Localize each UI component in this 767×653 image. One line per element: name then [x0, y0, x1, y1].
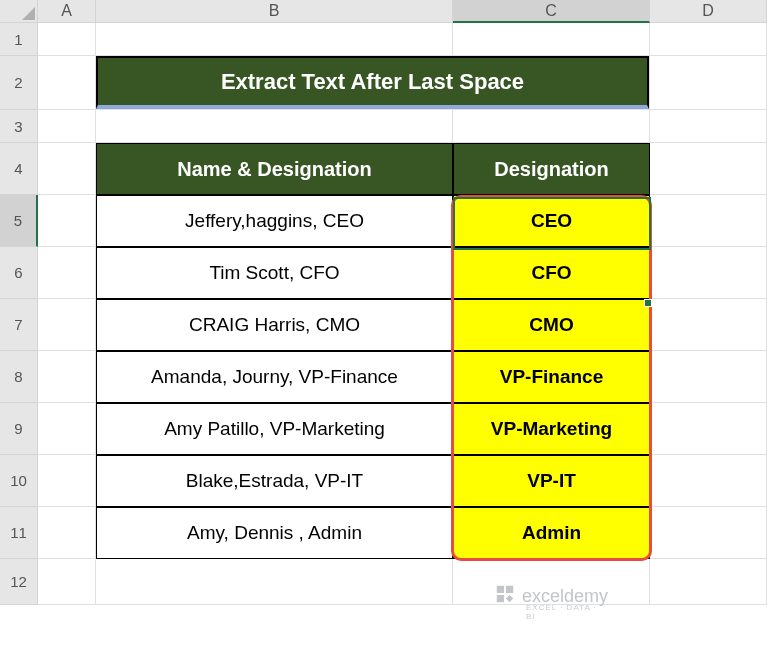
cell-B12[interactable] [96, 559, 453, 605]
cell-C3[interactable] [453, 110, 650, 143]
col-header-A[interactable]: A [38, 0, 96, 23]
cell-A3[interactable] [38, 110, 96, 143]
fill-handle[interactable] [644, 299, 652, 307]
cell-A1[interactable] [38, 23, 96, 56]
title-cell[interactable]: Extract Text After Last Space [96, 56, 650, 110]
row-header-12[interactable]: 12 [0, 559, 38, 605]
cell-B8[interactable]: Amanda, Journy, VP-Finance [96, 351, 453, 403]
row-header-4[interactable]: 4 [0, 143, 38, 195]
row-header-7[interactable]: 7 [0, 299, 38, 351]
watermark-subtext: EXCEL · DATA · BI [526, 603, 608, 621]
cell-C8[interactable]: VP-Finance [453, 351, 650, 403]
cell-A11[interactable] [38, 507, 96, 559]
cell-D7[interactable] [650, 299, 767, 351]
row-header-9[interactable]: 9 [0, 403, 38, 455]
cell-D2[interactable] [650, 56, 767, 110]
cell-D10[interactable] [650, 455, 767, 507]
cell-A2[interactable] [38, 56, 96, 110]
cell-A4[interactable] [38, 143, 96, 195]
cell-B3[interactable] [96, 110, 453, 143]
cell-A7[interactable] [38, 299, 96, 351]
row-header-8[interactable]: 8 [0, 351, 38, 403]
cell-D11[interactable] [650, 507, 767, 559]
row-header-6[interactable]: 6 [0, 247, 38, 299]
page-title: Extract Text After Last Space [96, 56, 649, 109]
cell-A10[interactable] [38, 455, 96, 507]
row-header-2[interactable]: 2 [0, 56, 38, 110]
table-header-designation[interactable]: Designation [453, 143, 650, 195]
row-header-1[interactable]: 1 [0, 23, 38, 56]
cell-C9[interactable]: VP-Marketing [453, 403, 650, 455]
cell-D5[interactable] [650, 195, 767, 247]
cell-A6[interactable] [38, 247, 96, 299]
cell-A9[interactable] [38, 403, 96, 455]
cell-D8[interactable] [650, 351, 767, 403]
cell-D1[interactable] [650, 23, 767, 56]
cell-D12[interactable] [650, 559, 767, 605]
cell-D6[interactable] [650, 247, 767, 299]
cell-B5[interactable]: Jeffery,haggins, CEO [96, 195, 453, 247]
cell-C5[interactable]: CEO [453, 195, 650, 247]
cell-C6[interactable]: CFO [453, 247, 650, 299]
cell-C7[interactable]: CMO [453, 299, 650, 351]
row-header-10[interactable]: 10 [0, 455, 38, 507]
row-header-3[interactable]: 3 [0, 110, 38, 143]
watermark: exceldemy EXCEL · DATA · BI [494, 583, 608, 610]
cell-B9[interactable]: Amy Patillo, VP-Marketing [96, 403, 453, 455]
cell-C11[interactable]: Admin [453, 507, 650, 559]
select-all-corner[interactable] [0, 0, 38, 23]
cell-B7[interactable]: CRAIG Harris, CMO [96, 299, 453, 351]
col-header-C[interactable]: C [453, 0, 650, 23]
col-header-D[interactable]: D [650, 0, 767, 23]
col-header-B[interactable]: B [96, 0, 453, 23]
cell-B6[interactable]: Tim Scott, CFO [96, 247, 453, 299]
cell-C1[interactable] [453, 23, 650, 56]
cell-D9[interactable] [650, 403, 767, 455]
cell-D4[interactable] [650, 143, 767, 195]
cell-B11[interactable]: Amy, Dennis , Admin [96, 507, 453, 559]
cell-A5[interactable] [38, 195, 96, 247]
cell-B1[interactable] [96, 23, 453, 56]
table-header-name[interactable]: Name & Designation [96, 143, 453, 195]
cell-B10[interactable]: Blake,Estrada, VP-IT [96, 455, 453, 507]
cell-D3[interactable] [650, 110, 767, 143]
logo-icon [494, 583, 516, 610]
row-header-5[interactable]: 5 [0, 195, 38, 247]
cell-A8[interactable] [38, 351, 96, 403]
cell-A12[interactable] [38, 559, 96, 605]
cell-C10[interactable]: VP-IT [453, 455, 650, 507]
row-header-11[interactable]: 11 [0, 507, 38, 559]
